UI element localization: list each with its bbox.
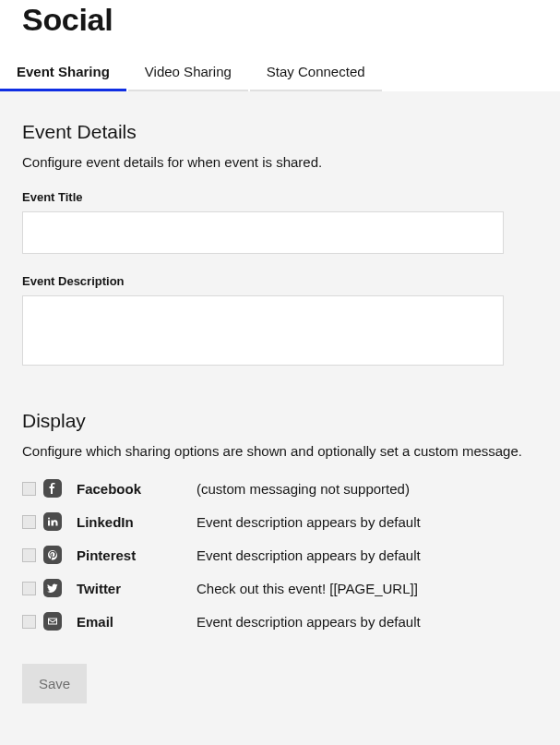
share-row-linkedin: LinkedIn Event description appears by de… [22,512,538,531]
event-description-label: Event Description [22,274,538,288]
share-note-facebook: (custom messaging not supported) [197,481,410,497]
share-name-email: Email [77,614,197,630]
share-note-twitter: Check out this event! [[PAGE_URL]] [197,581,418,596]
email-icon [43,612,62,631]
tab-video-sharing[interactable]: Video Sharing [128,54,248,91]
checkbox-email[interactable] [22,615,36,629]
display-desc: Configure which sharing options are show… [22,443,538,459]
share-name-twitter: Twitter [77,581,197,596]
tab-stay-connected[interactable]: Stay Connected [250,54,382,91]
display-heading: Display [22,410,538,432]
twitter-icon [43,579,62,597]
event-title-label: Event Title [22,190,538,204]
tab-event-sharing[interactable]: Event Sharing [0,54,126,91]
share-row-pinterest: Pinterest Event description appears by d… [22,546,538,564]
share-note-linkedin: Event description appears by default [197,514,421,530]
share-note-email: Event description appears by default [197,614,421,630]
event-details-heading: Event Details [22,121,538,143]
share-row-email: Email Event description appears by defau… [22,612,538,631]
share-note-pinterest: Event description appears by default [197,547,421,563]
event-description-input[interactable] [22,295,504,366]
linkedin-icon [43,512,62,531]
share-row-twitter: Twitter Check out this event! [[PAGE_URL… [22,579,538,597]
share-name-facebook: Facebook [77,481,197,497]
page-title: Social [22,0,538,38]
checkbox-twitter[interactable] [22,582,36,595]
pinterest-icon [43,546,62,564]
share-name-pinterest: Pinterest [77,547,197,563]
event-details-desc: Configure event details for when event i… [22,154,538,170]
checkbox-pinterest[interactable] [22,548,36,562]
share-row-facebook: Facebook (custom messaging not supported… [22,479,538,498]
save-button[interactable]: Save [22,664,87,703]
event-title-input[interactable] [22,211,504,254]
tab-bar: Event Sharing Video Sharing Stay Connect… [0,54,560,91]
checkbox-facebook[interactable] [22,482,36,496]
facebook-icon [43,479,62,498]
checkbox-linkedin[interactable] [22,515,36,529]
share-name-linkedin: LinkedIn [77,514,197,530]
